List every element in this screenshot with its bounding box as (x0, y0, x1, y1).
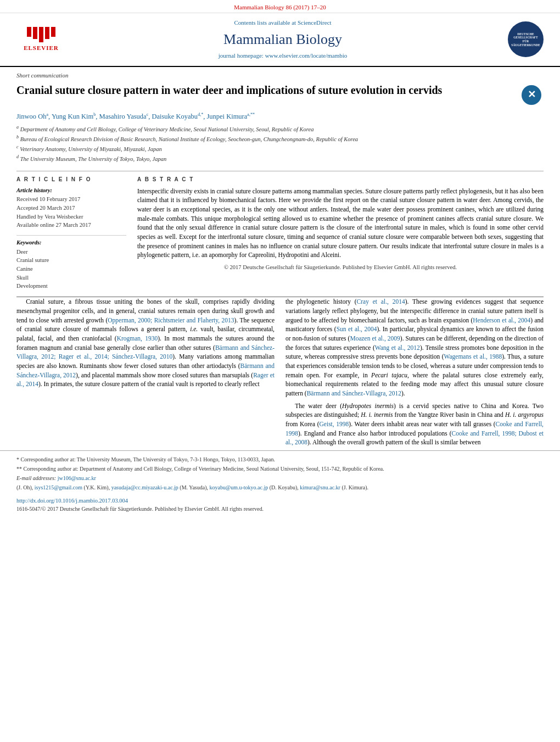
divider (16, 171, 544, 171)
history-label: Article history: (16, 187, 126, 195)
article-title: Cranial suture closure pattern in water … (16, 83, 516, 97)
contents-label: Contents lists available at (234, 19, 296, 26)
accepted: Accepted 20 March 2017 (16, 204, 126, 213)
article-info: A R T I C L E I N F O Article history: R… (16, 176, 126, 292)
contents-line: Contents lists available at ScienceDirec… (66, 19, 500, 27)
issn-line: 1616-5047/© 2017 Deutsche Gesellschaft f… (0, 505, 560, 516)
abstract-heading: A B S T R A C T (137, 176, 544, 183)
abstract-section: A B S T R A C T Interspecific diversity … (137, 176, 544, 292)
affiliations: a Department of Anatomy and Cell Biology… (16, 124, 544, 164)
journal-citation: Mammalian Biology 86 (2017) 17–20 (0, 0, 560, 13)
affil-c: c Veterinary Anatomy, University of Miya… (16, 144, 544, 153)
article-history: Article history: Received 10 February 20… (16, 187, 126, 230)
bar5 (51, 27, 55, 37)
copyright: © 2017 Deutsche Gesellschaft für Säugeti… (137, 263, 544, 271)
journal-header: ELSEVIER Contents lists available at Sci… (0, 13, 560, 66)
citation-text: Mammalian Biology 86 (2017) 17–20 (234, 4, 326, 10)
keyword-cranial: Cranial suture (16, 256, 126, 265)
available: Available online 27 March 2017 (16, 221, 126, 230)
bar3 (39, 27, 43, 42)
affil-a: a Department of Anatomy and Cell Biology… (16, 124, 544, 133)
abstract-text: Interspecific diversity exists in crania… (137, 187, 544, 272)
homepage-label: journal homepage: (219, 52, 264, 59)
bar2 (33, 27, 37, 39)
crossmark-icon[interactable]: ✕ (522, 85, 541, 105)
footnote-1: * Corresponding author at: The Universit… (16, 455, 544, 464)
received: Received 10 February 2017 (16, 196, 126, 204)
keyword-canine: Canine (16, 265, 126, 274)
info-divider (16, 235, 126, 236)
authors-section: Jinwoo Oha, Yung Kun Kimb, Masahiro Yasu… (0, 109, 560, 166)
elsevier-bars (27, 27, 55, 42)
body-right: the phylogenetic history (Cray et al., 2… (285, 297, 544, 450)
bar1 (27, 27, 31, 37)
dgs-circle: DEUTSCHE GESELLSCHAFT FÜR SÄUGETIERKUNDE (508, 21, 544, 57)
body-left: Cranial suture, a fibrous tissue uniting… (16, 297, 275, 450)
authors-line: Jinwoo Oha, Yung Kun Kimb, Masahiro Yasu… (16, 111, 544, 122)
body-section: Cranial suture, a fibrous tissue uniting… (0, 297, 560, 450)
article-info-abstract: A R T I C L E I N F O Article history: R… (0, 176, 560, 292)
keyword-dev: Development (16, 282, 126, 291)
crossmark: ✕ (522, 85, 544, 105)
homepage-url[interactable]: www.elsevier.com/locate/mambio (265, 52, 348, 59)
body-right-para2: The water deer (Hydropotes inermis) is a… (285, 401, 544, 447)
article-type: Short communication (0, 67, 560, 81)
homepage-line: journal homepage: www.elsevier.com/locat… (66, 52, 500, 60)
keyword-skull: Skull (16, 274, 126, 282)
keywords-label: Keywords: (16, 239, 126, 247)
affil-d: d The University Museum, The University … (16, 154, 544, 163)
footnote-email-label: E-mail addresses: jw106@snu.ac.kr (16, 474, 544, 482)
abstract-paragraph: Interspecific diversity exists in crania… (137, 187, 544, 260)
body-left-para: Cranial suture, a fibrous tissue uniting… (16, 297, 275, 389)
keywords-section: Keywords: Deer Cranial suture Canine Sku… (16, 239, 126, 291)
article-info-heading: A R T I C L E I N F O (16, 176, 126, 183)
affil-b: b Bureau of Ecological Research Division… (16, 134, 544, 143)
handled: Handled by Vera Weisbecker (16, 213, 126, 221)
footnote-emails: (J. Oh), isys1215@gmail.com (Y.K. Kim), … (16, 483, 544, 492)
journal-center: Contents lists available at ScienceDirec… (66, 19, 500, 60)
doi-link[interactable]: http://dx.doi.org/10.1016/j.mambio.2017.… (16, 498, 128, 504)
bar4 (45, 27, 49, 39)
dgs-logo: DEUTSCHE GESELLSCHAFT FÜR SÄUGETIERKUNDE (500, 21, 544, 57)
article-title-section: Cranial suture closure pattern in water … (0, 81, 560, 109)
dgs-text: DEUTSCHE GESELLSCHAFT FÜR SÄUGETIERKUNDE (511, 32, 541, 47)
journal-title: Mammalian Biology (66, 30, 500, 49)
elsevier-text: ELSEVIER (24, 44, 59, 52)
body-right-para1: the phylogenetic history (Cray et al., 2… (285, 297, 544, 398)
doi-line[interactable]: http://dx.doi.org/10.1016/j.mambio.2017.… (0, 495, 560, 505)
footnote-2: ** Corresponding author at: Department o… (16, 465, 544, 473)
footnotes: * Corresponding author at: The Universit… (0, 450, 560, 495)
elsevier-logo: ELSEVIER (16, 27, 66, 52)
keyword-deer: Deer (16, 248, 126, 256)
sciencedirect-link[interactable]: ScienceDirect (298, 19, 332, 26)
page: Mammalian Biology 86 (2017) 17–20 ELSEVI… (0, 0, 560, 516)
